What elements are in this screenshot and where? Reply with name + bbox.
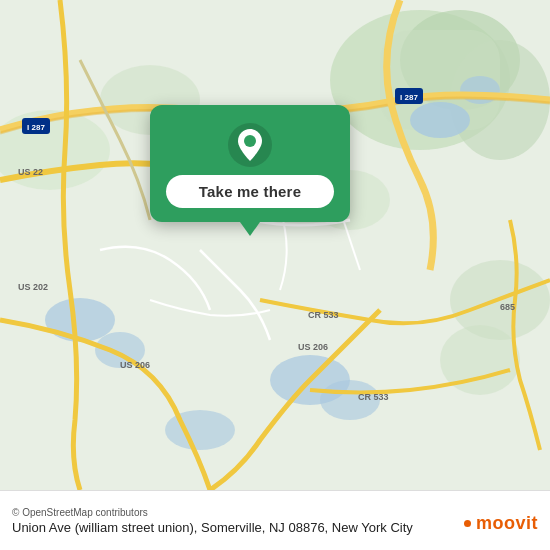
svg-text:685: 685: [500, 302, 515, 312]
svg-text:US 206: US 206: [120, 360, 150, 370]
address-text: Union Ave (william street union), Somerv…: [12, 520, 538, 535]
svg-point-5: [410, 102, 470, 138]
svg-text:US 22: US 22: [18, 167, 43, 177]
svg-text:US 206: US 206: [298, 342, 328, 352]
svg-point-11: [165, 410, 235, 450]
copyright-row: © OpenStreetMap contributors: [12, 507, 538, 518]
location-pin-icon: [228, 123, 272, 167]
bottom-bar: © OpenStreetMap contributors Union Ave (…: [0, 490, 550, 550]
copyright-symbol: © OpenStreetMap contributors: [12, 507, 148, 518]
moovit-wordmark: moovit: [476, 513, 538, 534]
moovit-logo: moovit: [464, 513, 538, 534]
map-background: US 22 US 202 US 206 US 206 CR 533 CR 533…: [0, 0, 550, 490]
svg-text:US 202: US 202: [18, 282, 48, 292]
svg-text:I 287: I 287: [400, 93, 418, 102]
svg-text:CR 533: CR 533: [308, 310, 339, 320]
svg-text:CR 533: CR 533: [358, 392, 389, 402]
take-me-there-button[interactable]: Take me there: [166, 175, 334, 208]
svg-point-7: [45, 298, 115, 342]
moovit-dot-icon: [464, 520, 471, 527]
location-popup: Take me there: [150, 105, 350, 222]
svg-text:I 287: I 287: [27, 123, 45, 132]
map-container: US 22 US 202 US 206 US 206 CR 533 CR 533…: [0, 0, 550, 490]
svg-point-29: [244, 135, 256, 147]
